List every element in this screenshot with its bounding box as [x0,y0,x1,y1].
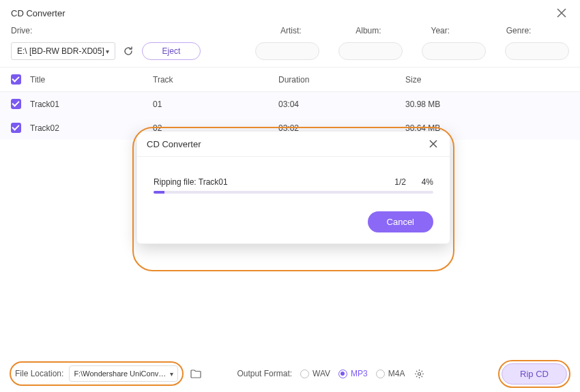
output-format-label: Output Format: [237,369,292,378]
cell-track: 01 [153,100,278,109]
cell-duration: 03:04 [278,100,405,109]
genre-label: Genre: [506,26,569,35]
format-option-m4a[interactable]: M4A [376,369,405,378]
radio-icon [338,370,347,378]
radio-icon [376,370,385,378]
file-location-label: File Location: [15,369,63,378]
window-title: CD Converter [11,8,65,18]
artist-label: Artist: [280,26,343,35]
header-size: Size [405,75,569,85]
select-all-checkbox[interactable] [11,74,21,85]
file-location-value: F:\Wondershare UniConverter [74,370,170,378]
dialog-title: CD Converter [147,139,201,149]
drive-dropdown[interactable]: E:\ [BD-RW BDR-XD05] ▾ [11,42,115,60]
output-format-group: Output Format: WAV MP3 M4A [237,367,425,380]
rip-cd-button[interactable]: Rip CD [502,363,567,385]
eject-button[interactable]: Eject [142,42,201,60]
year-input[interactable] [422,42,486,60]
dialog-close-button[interactable] [426,138,440,149]
row-checkbox[interactable] [11,99,21,109]
gear-icon [414,369,424,379]
folder-icon [190,369,201,378]
format-option-wav[interactable]: WAV [300,369,330,378]
ripping-file-label: Ripping file: Track01 [154,177,372,187]
album-label: Album: [356,26,418,35]
progress-count: 1/2 [372,177,406,187]
cell-size: 30.98 MB [405,100,569,109]
header-track: Track [153,75,278,85]
format-label-mp3: MP3 [351,369,368,378]
chevron-down-icon: ▾ [170,370,173,378]
radio-icon [300,370,309,378]
progress-dialog: CD Converter Ripping file: Track01 1/2 4… [136,131,450,244]
artist-input[interactable] [255,42,319,60]
file-location-highlight: File Location: F:\Wondershare UniConvert… [10,361,184,386]
cell-title: Track02 [30,123,153,133]
album-input[interactable] [338,42,403,60]
file-location-dropdown[interactable]: F:\Wondershare UniConverter ▾ [69,365,178,382]
row-checkbox[interactable] [11,123,21,133]
refresh-icon [123,46,134,57]
refresh-button[interactable] [122,44,135,59]
open-folder-button[interactable] [189,367,203,380]
drive-selected-value: E:\ [BD-RW BDR-XD05] [17,46,104,56]
year-label: Year: [431,26,494,35]
format-label-m4a: M4A [388,369,405,378]
table-row[interactable]: Track01 01 03:04 30.98 MB [0,92,580,116]
table-header: Title Track Duration Size [0,67,580,92]
close-icon [557,8,566,18]
progress-percent: 4% [406,177,433,187]
close-button[interactable] [554,5,569,20]
drive-label: Drive: [11,26,280,35]
progress-fill [154,191,164,194]
cell-title: Track01 [30,100,153,109]
chevron-down-icon: ▾ [106,48,109,55]
format-option-mp3[interactable]: MP3 [338,369,368,378]
cancel-button[interactable]: Cancel [368,211,433,232]
track-table: Title Track Duration Size Track01 01 03:… [0,67,580,140]
genre-input[interactable] [505,42,569,60]
format-settings-button[interactable] [413,367,425,380]
svg-point-0 [418,372,420,375]
progress-bar [154,191,433,194]
close-icon [429,140,437,148]
header-duration: Duration [278,75,405,85]
format-label-wav: WAV [313,369,330,378]
rip-cd-highlight: Rip CD [498,360,570,388]
header-title: Title [30,75,153,85]
